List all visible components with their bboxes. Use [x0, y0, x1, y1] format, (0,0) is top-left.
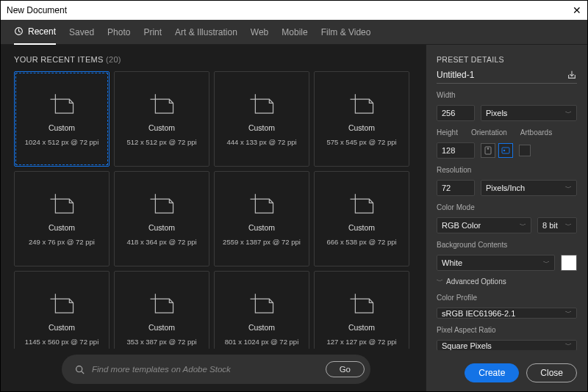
preset-card[interactable]: Custom512 x 512 px @ 72 ppi	[114, 71, 209, 167]
preset-heading: PRESET DETAILS	[437, 55, 577, 64]
chevron-down-icon: ﹀	[565, 109, 572, 118]
preset-card-detail: 1145 x 560 px @ 72 ppi	[25, 338, 99, 346]
close-icon[interactable]: ✕	[573, 4, 581, 16]
document-icon	[48, 292, 76, 317]
preset-card[interactable]: Custom444 x 133 px @ 72 ppi	[214, 71, 309, 167]
tab-art[interactable]: Art & Illustration	[175, 21, 237, 44]
tab-saved[interactable]: Saved	[69, 21, 94, 44]
preset-card-title: Custom	[348, 323, 375, 332]
svg-point-30	[503, 150, 506, 152]
svg-rect-29	[502, 148, 509, 153]
width-unit-dropdown[interactable]: Pixels﹀	[481, 105, 577, 121]
document-icon	[348, 192, 376, 217]
tab-print[interactable]: Print	[143, 21, 162, 44]
svg-point-25	[76, 366, 82, 371]
document-icon	[148, 92, 176, 117]
preset-card-title: Custom	[49, 323, 75, 332]
svg-point-28	[487, 148, 490, 150]
save-preset-icon[interactable]	[567, 70, 577, 80]
document-icon	[148, 292, 176, 317]
create-button[interactable]: Create	[465, 363, 519, 382]
document-icon	[248, 192, 276, 217]
preset-card-title: Custom	[49, 223, 75, 232]
preset-card-detail: 2559 x 1387 px @ 72 ppi	[223, 238, 301, 246]
preset-card-detail: 249 x 76 px @ 72 ppi	[29, 238, 95, 246]
chevron-down-icon: ﹀	[437, 277, 443, 286]
preset-card-title: Custom	[148, 123, 175, 132]
preset-card[interactable]: Custom1145 x 560 px @ 72 ppi	[14, 271, 110, 349]
preset-card[interactable]: Custom418 x 364 px @ 72 ppi	[114, 171, 209, 266]
preset-card-title: Custom	[148, 323, 175, 332]
preset-card[interactable]: Custom666 x 538 px @ 72 ppi	[314, 171, 409, 266]
document-icon	[48, 92, 76, 117]
preset-card-title: Custom	[248, 123, 275, 132]
resolution-unit-dropdown[interactable]: Pixels/Inch﹀	[481, 180, 577, 196]
preset-card-title: Custom	[49, 123, 75, 132]
background-dropdown[interactable]: White﹀	[437, 255, 555, 271]
preset-card-title: Custom	[248, 223, 275, 232]
recent-heading: YOUR RECENT ITEMS (20)	[14, 55, 418, 64]
width-input[interactable]	[437, 105, 475, 121]
orientation-landscape-button[interactable]	[498, 143, 513, 158]
search-bar: Go	[62, 355, 370, 384]
preset-card[interactable]: Custom127 x 127 px @ 72 ppi	[314, 271, 409, 349]
go-button[interactable]: Go	[326, 361, 365, 377]
close-button[interactable]: Close	[526, 363, 577, 382]
preset-card-detail: 801 x 1024 px @ 72 ppi	[225, 338, 299, 346]
tabs: RecentSavedPhotoPrintArt & IllustrationW…	[1, 20, 587, 45]
clock-icon	[14, 26, 24, 36]
document-icon	[248, 292, 276, 317]
orientation-portrait-button[interactable]	[481, 143, 495, 158]
preset-card-detail: 1024 x 512 px @ 72 ppi	[25, 138, 99, 146]
bit-depth-dropdown[interactable]: 8 bit﹀	[537, 217, 577, 233]
tab-photo[interactable]: Photo	[107, 21, 130, 44]
chevron-down-icon: ﹀	[520, 221, 526, 231]
tab-web[interactable]: Web	[251, 21, 268, 44]
preset-card-detail: 418 x 364 px @ 72 ppi	[126, 238, 196, 246]
tab-mobile[interactable]: Mobile	[282, 21, 307, 44]
advanced-options-toggle[interactable]: ﹀ Advanced Options	[437, 277, 577, 286]
height-input[interactable]	[437, 142, 475, 159]
resolution-input[interactable]	[437, 180, 475, 196]
preset-card[interactable]: Custom801 x 1024 px @ 72 ppi	[214, 271, 309, 349]
preset-card-detail: 666 x 538 px @ 72 ppi	[326, 238, 396, 246]
preset-card[interactable]: Custom2559 x 1387 px @ 72 ppi	[214, 171, 309, 266]
preset-card-detail: 127 x 127 px @ 72 ppi	[326, 338, 396, 346]
search-icon	[75, 365, 85, 374]
chevron-down-icon: ﹀	[565, 308, 572, 318]
tab-recent[interactable]: Recent	[14, 20, 56, 45]
pixel-aspect-dropdown[interactable]: Square Pixels﹀	[437, 340, 577, 350]
preset-card[interactable]: Custom249 x 76 px @ 72 ppi	[14, 171, 110, 266]
document-icon	[48, 192, 76, 217]
artboards-checkbox[interactable]	[519, 145, 531, 156]
document-icon	[248, 92, 276, 117]
preset-card-title: Custom	[348, 123, 375, 132]
titlebar: New Document ✕	[1, 1, 587, 20]
background-swatch[interactable]	[561, 255, 577, 271]
chevron-down-icon: ﹀	[565, 341, 572, 350]
preset-card-title: Custom	[148, 223, 175, 232]
recent-grid: Custom1024 x 512 px @ 72 ppiCustom512 x …	[14, 71, 418, 349]
preset-card[interactable]: Custom575 x 545 px @ 72 ppi	[314, 71, 409, 167]
preset-card[interactable]: Custom1024 x 512 px @ 72 ppi	[14, 71, 110, 167]
document-icon	[348, 92, 376, 117]
search-input[interactable]	[92, 365, 318, 374]
preset-card-detail: 575 x 545 px @ 72 ppi	[326, 138, 396, 146]
doc-name-input[interactable]	[437, 70, 561, 80]
color-mode-dropdown[interactable]: RGB Color﹀	[437, 217, 531, 233]
preset-card-detail: 512 x 512 px @ 72 ppi	[126, 138, 196, 146]
preset-card-title: Custom	[248, 323, 275, 332]
svg-line-26	[82, 371, 84, 373]
chevron-down-icon: ﹀	[565, 184, 572, 193]
tab-film[interactable]: Film & Video	[321, 21, 371, 44]
preset-card-detail: 444 x 133 px @ 72 ppi	[226, 138, 296, 146]
document-icon	[348, 292, 376, 317]
preset-card[interactable]: Custom353 x 387 px @ 72 ppi	[114, 271, 209, 349]
preset-card-detail: 353 x 387 px @ 72 ppi	[126, 338, 196, 346]
color-profile-dropdown[interactable]: sRGB IEC61966-2.1﹀	[437, 308, 577, 319]
chevron-down-icon: ﹀	[565, 221, 572, 231]
chevron-down-icon: ﹀	[543, 258, 550, 268]
window-title: New Document	[7, 5, 67, 15]
document-icon	[148, 192, 176, 217]
preset-card-title: Custom	[348, 223, 375, 232]
